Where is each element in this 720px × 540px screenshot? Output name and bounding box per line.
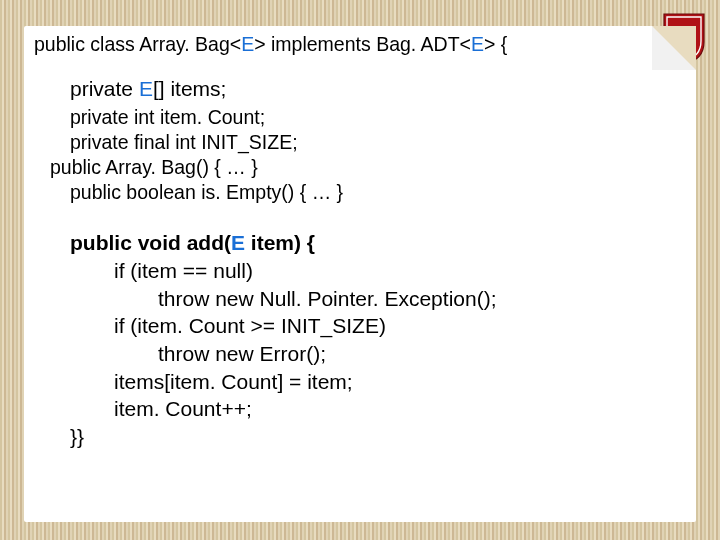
code-line: items[item. Count] = item;	[70, 368, 686, 396]
sig-part: > implements Bag. ADT<	[254, 33, 471, 55]
code-line: if (item. Count >= INIT_SIZE)	[70, 312, 686, 340]
text: item) {	[245, 231, 315, 254]
code-close: }}	[70, 423, 686, 451]
ctor-decl: public Array. Bag() { … }	[50, 155, 686, 180]
field-decl: private final int INIT_SIZE;	[70, 130, 686, 155]
method-block: public void add(E item) { if (item == nu…	[70, 229, 686, 451]
slide-card: public class Array. Bag<E> implements Ba…	[24, 26, 696, 522]
sig-part: > {	[484, 33, 507, 55]
sig-part: public class Array. Bag<	[34, 33, 241, 55]
method-decl: public boolean is. Empty() { … }	[70, 180, 686, 205]
type-param: E	[139, 77, 153, 100]
type-param: E	[241, 33, 254, 55]
field-decl: private E[] items;	[70, 76, 686, 103]
code-line: if (item == null)	[70, 257, 686, 285]
text: public void add(	[70, 231, 231, 254]
text: [] items;	[153, 77, 227, 100]
declarations-block: private E[] items; private int item. Cou…	[70, 76, 686, 205]
code-line: throw new Error();	[70, 340, 686, 368]
code-line: item. Count++;	[70, 395, 686, 423]
type-param: E	[231, 231, 245, 254]
class-signature: public class Array. Bag<E> implements Ba…	[34, 32, 686, 56]
code-line: throw new Null. Pointer. Exception();	[70, 285, 686, 313]
method-head: public void add(E item) {	[70, 229, 686, 257]
type-param: E	[471, 33, 484, 55]
text: private	[70, 77, 139, 100]
field-decl: private int item. Count;	[70, 105, 686, 130]
